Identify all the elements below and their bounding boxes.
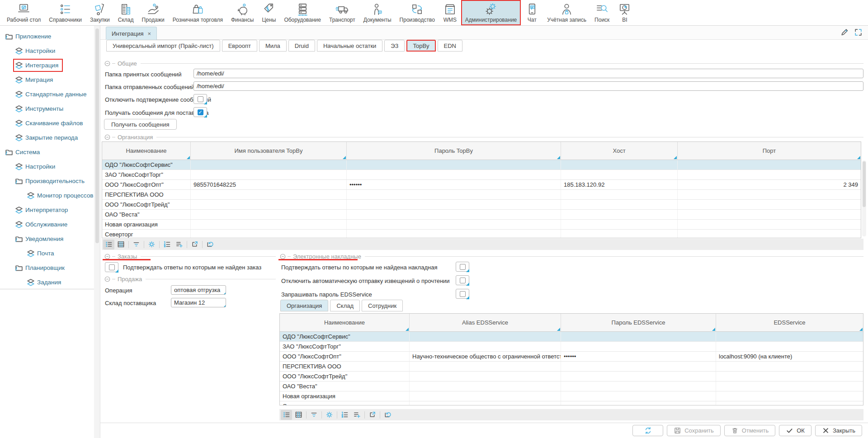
column-header[interactable]: EDSService	[716, 314, 863, 331]
table-row[interactable]: ОДО "ЛюксСофтСервис"	[280, 332, 863, 342]
toolbar-numbered-list-button[interactable]	[339, 410, 350, 420]
topbar-item-process-arrows[interactable]: Производство	[396, 0, 439, 25]
topbar-item-shopping-bags[interactable]: Розничная торговля	[169, 0, 227, 25]
edit-icon[interactable]	[840, 28, 849, 37]
toolbar-add-row-button[interactable]	[174, 240, 185, 250]
toolbar-add-row-button[interactable]	[351, 410, 363, 420]
column-header[interactable]: Хост	[561, 142, 678, 160]
eds-tab-сотрудник[interactable]: Сотрудник	[362, 300, 403, 311]
sidebar-item-инструменты[interactable]: Инструменты	[0, 101, 94, 116]
topbar-item-search-lines[interactable]: Поиск	[590, 0, 613, 25]
sidebar-item-монитор-процессов[interactable]: Монитор процессов	[0, 188, 94, 203]
supplier-warehouse-combo[interactable]: Магазин 12	[171, 298, 226, 307]
scrollbar-thumb[interactable]	[95, 28, 99, 243]
topbar-item-server-stack[interactable]: Оборудование	[280, 0, 325, 25]
table-scrollbar[interactable]	[862, 160, 866, 236]
sidebar-item-приложение[interactable]: Приложение	[0, 29, 94, 43]
subtab-topby[interactable]: TopBy	[406, 40, 435, 52]
table-row[interactable]: ООО "ЛюксСофтТрейд"	[102, 200, 861, 210]
sidebar-item-интеграция[interactable]: Интеграция	[0, 58, 94, 72]
sidebar-item-скачивание-файлов[interactable]: Скачивание файлов	[0, 116, 94, 130]
toolbar-export-button[interactable]	[189, 240, 200, 250]
sidebar-scrollbar[interactable]	[94, 26, 100, 438]
table-row[interactable]: Северторг	[280, 401, 863, 405]
fullscreen-icon[interactable]	[854, 28, 863, 37]
sidebar-item-почта[interactable]: Почта	[0, 246, 94, 260]
topbar-item-person-lock[interactable]: Учётная запись	[543, 0, 590, 25]
отменить-button[interactable]: Отменить	[724, 425, 775, 436]
sidebar-item-производительность[interactable]: Производительность	[0, 174, 94, 188]
column-header[interactable]: Порт	[678, 142, 861, 160]
receive-supplier-checkbox[interactable]	[193, 107, 207, 117]
subtab-универсальный-импорт-прайс-лист-[interactable]: Универсальный импорт (Прайс-лист)	[106, 40, 220, 52]
toolbar-settings-button[interactable]	[146, 240, 157, 250]
subtab-мила[interactable]: Мила	[259, 40, 287, 52]
invoice-not-found-checkbox[interactable]	[456, 262, 469, 272]
закрыть-button[interactable]: Закрыть	[815, 425, 862, 436]
column-header[interactable]: Наименование	[102, 142, 191, 160]
operation-combo[interactable]: оптовая отгрузка	[171, 285, 226, 295]
collapse-icon[interactable]	[104, 134, 111, 141]
column-header[interactable]: Alias EDSService	[410, 314, 561, 331]
toolbar-settings-button[interactable]	[324, 410, 335, 420]
sidebar-item-настройки[interactable]: Настройки	[0, 159, 94, 174]
table-row[interactable]: ОАО "Веста"	[280, 381, 863, 391]
table-row[interactable]: ЗАО "ЛюксСофтТорг"	[280, 342, 863, 352]
sidebar-item-планировщик[interactable]: Планировщик	[0, 260, 94, 275]
table-row[interactable]: Новая организация	[280, 391, 863, 401]
subtab-edn[interactable]: EDN	[438, 40, 462, 52]
topbar-item-price-tag[interactable]: Цены	[258, 0, 280, 25]
table-row[interactable]: ОАО "Веста"	[102, 210, 861, 220]
table-row[interactable]: ПЕРСПЕКТИВА ООО	[280, 362, 863, 372]
column-header[interactable]: Пароль EDSService	[561, 314, 716, 331]
close-icon[interactable]: ×	[148, 30, 151, 37]
topbar-item-phone-chat[interactable]: Чат	[521, 0, 543, 25]
topbar-item-truck[interactable]: Транспорт	[325, 0, 359, 25]
sidebar-item-уведомления[interactable]: Уведомления	[0, 231, 94, 246]
column-header[interactable]: Имя пользователя TopBy	[191, 142, 347, 160]
disable-read-notices-checkbox[interactable]	[456, 275, 469, 285]
tab-integration[interactable]: Интеграция ×	[106, 27, 157, 40]
refresh-button[interactable]	[632, 425, 663, 436]
table-row[interactable]: Новая организация	[102, 220, 861, 230]
get-messages-button[interactable]: Получить сообщения	[104, 119, 177, 130]
toolbar-grid-view-button[interactable]	[115, 240, 127, 250]
table-row[interactable]: ООО "ЛюксСофтТрейд"	[280, 372, 863, 381]
disable-confirmation-checkbox[interactable]	[193, 94, 207, 104]
sidebar-item-стандартные-данные[interactable]: Стандартные данные	[0, 87, 94, 101]
collapse-icon[interactable]	[104, 276, 111, 283]
toolbar-reload-button[interactable]	[204, 240, 216, 250]
sidebar-item-миграция[interactable]: Миграция	[0, 72, 94, 87]
table-row[interactable]: Северторг	[102, 230, 861, 238]
sidebar-item-закрытие-периода[interactable]: Закрытие периода	[0, 130, 94, 145]
ask-eds-password-checkbox[interactable]	[456, 289, 469, 299]
sidebar-item-система[interactable]: Система	[0, 145, 94, 159]
sidebar-item-задания[interactable]: Задания	[0, 275, 94, 289]
subtab-евроопт[interactable]: Евроопт	[222, 40, 257, 52]
eds-tab-склад[interactable]: Склад	[330, 300, 360, 311]
table-row[interactable]: ЗАО "ЛюксСофтТорг"	[102, 170, 861, 180]
topbar-item-catalog[interactable]: Справочники	[45, 0, 86, 25]
scrollbar-thumb[interactable]	[863, 161, 866, 207]
table-row[interactable]: ООО "ЛюксСофтОпт"Научно-техническое обще…	[280, 352, 863, 362]
topbar-item-bi-board[interactable]: BI	[613, 0, 636, 25]
table-row[interactable]: ООО "ЛюксСофтОпт"9855701648225••••••185.…	[102, 180, 861, 190]
topbar-item-box[interactable]: WMS	[439, 0, 461, 25]
topbar-item-warehouse[interactable]: Склад	[114, 0, 138, 25]
received-folder-input[interactable]	[193, 69, 863, 78]
topbar-item-gears[interactable]: Администрирование	[461, 0, 521, 25]
topbar-item-trolley[interactable]: Закупки	[86, 0, 114, 25]
sidebar-item-интерпретатор[interactable]: Интерпретатор	[0, 203, 94, 217]
eds-tab-организация[interactable]: Организация	[280, 300, 328, 311]
toolbar-numbered-list-button[interactable]	[161, 240, 173, 250]
ок-button[interactable]: ОК	[779, 425, 811, 436]
column-header[interactable]: Наименование	[280, 314, 410, 331]
topbar-item-hand-coins[interactable]: Продажи	[138, 0, 169, 25]
subtab-эз[interactable]: ЭЗ	[384, 40, 405, 52]
orders-confirm-checkbox[interactable]	[105, 262, 118, 272]
toolbar-list-view-button[interactable]	[103, 240, 114, 250]
table-row[interactable]: ПЕРСПЕКТИВА ООО	[102, 190, 861, 200]
sidebar-item-настройки[interactable]: Настройки	[0, 43, 94, 58]
toolbar-reload-button[interactable]	[382, 410, 393, 420]
topbar-item-person-globe[interactable]: Документы	[359, 0, 396, 25]
